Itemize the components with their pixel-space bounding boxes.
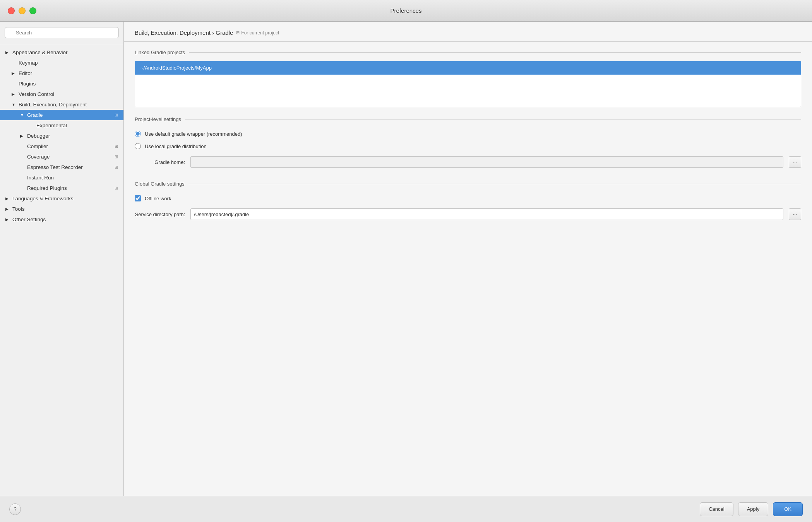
ok-button[interactable]: OK: [773, 502, 803, 516]
service-directory-row: Service directory path: ···: [135, 205, 801, 224]
titlebar: Preferences: [0, 0, 812, 22]
cancel-button[interactable]: Cancel: [700, 502, 733, 516]
sidebar: 🔍 ▶ Appearance & Behavior ▶ Keymap ▶ Edi…: [0, 22, 124, 496]
arrow-icon: ▶: [20, 134, 26, 138]
offline-work-option[interactable]: Offline work: [135, 192, 801, 205]
settings-icon: ⊞: [115, 186, 118, 191]
sidebar-item-label: Editor: [19, 70, 32, 76]
sidebar-item-espresso[interactable]: ▶ Espresso Test Recorder ⊞: [0, 162, 123, 172]
search-container: 🔍: [0, 22, 123, 44]
settings-icon: ⊞: [115, 165, 118, 170]
content-title: Build, Execution, Deployment › Gradle ⊞ …: [135, 29, 801, 36]
sidebar-item-version-control[interactable]: ▶ Version Control: [0, 89, 123, 99]
sidebar-item-label: Version Control: [19, 91, 54, 97]
sidebar-item-instant-run[interactable]: ▶ Instant Run: [0, 172, 123, 183]
sidebar-item-editor[interactable]: ▶ Editor: [0, 68, 123, 78]
bottom-left: ?: [9, 503, 21, 515]
gradle-project-empty-row: [135, 75, 801, 82]
sidebar-item-label: Tools: [12, 206, 25, 212]
settings-icon: ⊞: [115, 113, 118, 118]
arrow-icon: ▼: [12, 102, 17, 107]
offline-work-label: Offline work: [145, 196, 171, 201]
linked-gradle-projects-section-header: Linked Gradle projects: [135, 49, 801, 55]
gradle-projects-list[interactable]: ~/AndroidStudioProjects/MyApp: [135, 61, 801, 107]
sidebar-item-label: Coverage: [27, 154, 50, 160]
linked-gradle-projects-title: Linked Gradle projects: [135, 49, 185, 55]
sidebar-item-coverage[interactable]: ▶ Coverage ⊞: [0, 152, 123, 162]
bottom-bar: ? Cancel Apply OK: [0, 496, 812, 522]
use-local-distribution-radio[interactable]: [135, 143, 141, 149]
use-local-distribution-label: Use local gradle distribution: [145, 143, 207, 149]
sidebar-item-tools[interactable]: ▶ Tools: [0, 204, 123, 214]
service-directory-browse-button[interactable]: ···: [789, 208, 801, 220]
search-input[interactable]: [5, 27, 119, 38]
project-level-settings-section-header: Project-level settings: [135, 116, 801, 122]
settings-icon: ⊞: [115, 144, 118, 149]
global-gradle-settings-section-header: Global Gradle settings: [135, 181, 801, 187]
use-default-wrapper-option[interactable]: Use default gradle wrapper (recommended): [135, 128, 801, 140]
service-directory-input[interactable]: [190, 208, 783, 220]
sidebar-item-other-settings[interactable]: ▶ Other Settings: [0, 214, 123, 225]
sidebar-item-label: Compiler: [27, 143, 48, 149]
sidebar-item-debugger[interactable]: ▶ Debugger: [0, 131, 123, 141]
project-level-settings-title: Project-level settings: [135, 116, 181, 122]
sidebar-item-label: Build, Execution, Deployment: [19, 102, 87, 107]
sidebar-item-label: Debugger: [27, 133, 50, 139]
apply-button[interactable]: Apply: [738, 502, 769, 516]
project-icon: ⊞: [236, 30, 240, 35]
sidebar-item-label: Gradle: [27, 112, 43, 118]
sidebar-item-languages-frameworks[interactable]: ▶ Languages & Frameworks: [0, 193, 123, 204]
arrow-icon: ▶: [12, 71, 17, 75]
arrow-icon: ▶: [5, 196, 11, 201]
search-wrapper: 🔍: [5, 27, 119, 38]
content-body: Linked Gradle projects ~/AndroidStudioPr…: [124, 42, 812, 496]
content-area: Build, Execution, Deployment › Gradle ⊞ …: [124, 22, 812, 496]
sidebar-item-keymap[interactable]: ▶ Keymap: [0, 58, 123, 68]
sidebar-item-label: Experimental: [36, 123, 67, 128]
sidebar-item-label: Instant Run: [27, 175, 54, 181]
sidebar-item-label: Espresso Test Recorder: [27, 164, 83, 170]
help-button[interactable]: ?: [9, 503, 21, 515]
sidebar-item-required-plugins[interactable]: ▶ Required Plugins ⊞: [0, 183, 123, 193]
nav-list: ▶ Appearance & Behavior ▶ Keymap ▶ Edito…: [0, 44, 123, 228]
maximize-button[interactable]: [29, 7, 36, 14]
gradle-home-label: Gradle home:: [135, 159, 185, 165]
gradle-project-path: ~/AndroidStudioProjects/MyApp: [140, 65, 212, 71]
sidebar-item-gradle[interactable]: ▼ Gradle ⊞: [0, 110, 123, 120]
sidebar-item-build-execution-deployment[interactable]: ▼ Build, Execution, Deployment: [0, 99, 123, 110]
service-directory-label: Service directory path:: [135, 212, 185, 217]
for-current-project: ⊞ For current project: [236, 30, 279, 36]
window-controls: [8, 7, 36, 14]
sidebar-item-label: Appearance & Behavior: [12, 49, 68, 55]
use-default-wrapper-radio[interactable]: [135, 131, 141, 137]
sidebar-item-label: Plugins: [19, 81, 36, 87]
content-header: Build, Execution, Deployment › Gradle ⊞ …: [124, 22, 812, 42]
arrow-icon: ▶: [12, 92, 17, 96]
sidebar-item-label: Other Settings: [12, 217, 46, 222]
sidebar-item-label: Required Plugins: [27, 185, 67, 191]
offline-work-checkbox[interactable]: [135, 195, 141, 201]
settings-icon: ⊞: [115, 154, 118, 159]
arrow-icon: ▶: [5, 217, 11, 222]
sidebar-item-plugins[interactable]: ▶ Plugins: [0, 78, 123, 89]
sidebar-item-appearance-behavior[interactable]: ▶ Appearance & Behavior: [0, 47, 123, 58]
section-divider: [188, 184, 801, 184]
arrow-icon: ▶: [5, 207, 11, 211]
minimize-button[interactable]: [19, 7, 26, 14]
gradle-project-item[interactable]: ~/AndroidStudioProjects/MyApp: [135, 61, 801, 75]
sidebar-item-label: Keymap: [19, 60, 38, 66]
arrow-icon: ▶: [5, 50, 11, 55]
gradle-home-row: Gradle home: ···: [135, 152, 801, 172]
section-divider: [185, 119, 801, 119]
section-divider: [189, 52, 801, 53]
close-button[interactable]: [8, 7, 15, 14]
sidebar-item-compiler[interactable]: ▶ Compiler ⊞: [0, 141, 123, 152]
gradle-home-browse-button[interactable]: ···: [789, 156, 801, 168]
window-title: Preferences: [391, 7, 422, 14]
main-layout: 🔍 ▶ Appearance & Behavior ▶ Keymap ▶ Edi…: [0, 22, 812, 496]
breadcrumb: Build, Execution, Deployment › Gradle: [135, 29, 233, 36]
arrow-icon: ▼: [20, 113, 26, 117]
gradle-home-input[interactable]: [190, 156, 783, 168]
use-local-distribution-option[interactable]: Use local gradle distribution: [135, 140, 801, 152]
sidebar-item-experimental[interactable]: ▶ Experimental: [0, 120, 123, 131]
